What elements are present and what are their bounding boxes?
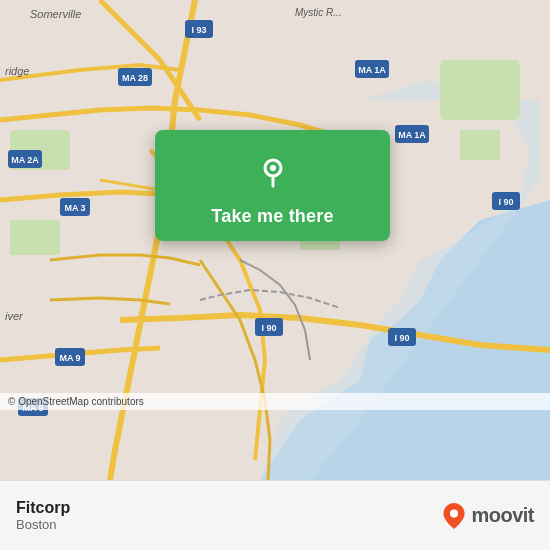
moovit-brand-text: moovit [471, 504, 534, 527]
location-info: Fitcorp Boston [16, 499, 70, 532]
svg-text:MA 28: MA 28 [122, 73, 148, 83]
svg-text:MA 1A: MA 1A [398, 130, 426, 140]
svg-text:I 93: I 93 [191, 25, 206, 35]
svg-text:ridge: ridge [5, 65, 29, 77]
svg-text:MA 3: MA 3 [64, 203, 85, 213]
moovit-pin-icon [441, 503, 467, 529]
svg-point-36 [270, 165, 276, 171]
take-me-there-button[interactable]: Take me there [211, 206, 333, 227]
svg-text:MA 9: MA 9 [59, 353, 80, 363]
svg-point-34 [249, 148, 297, 196]
location-city: Boston [16, 517, 70, 532]
svg-text:iver: iver [5, 310, 24, 322]
copyright-notice: © OpenStreetMap contributors [0, 393, 550, 410]
bottom-bar: Fitcorp Boston moovit [0, 480, 550, 550]
svg-text:Mystic R...: Mystic R... [295, 7, 342, 18]
svg-text:MA 2A: MA 2A [11, 155, 39, 165]
svg-text:I 90: I 90 [394, 333, 409, 343]
moovit-logo: moovit [441, 503, 534, 529]
location-name: Fitcorp [16, 499, 70, 517]
svg-text:MA 1A: MA 1A [358, 65, 386, 75]
svg-point-37 [450, 509, 458, 517]
svg-text:Somerville: Somerville [30, 8, 81, 20]
location-card: Take me there [155, 130, 390, 241]
map-view: I 93 MA 1A MA 1A MA 28 MA 2A MA 3 I 90 I… [0, 0, 550, 480]
location-pin-icon [249, 148, 297, 196]
svg-rect-4 [460, 130, 500, 160]
svg-rect-3 [440, 60, 520, 120]
svg-rect-6 [10, 220, 60, 255]
svg-text:I 90: I 90 [498, 197, 513, 207]
svg-text:I 90: I 90 [261, 323, 276, 333]
